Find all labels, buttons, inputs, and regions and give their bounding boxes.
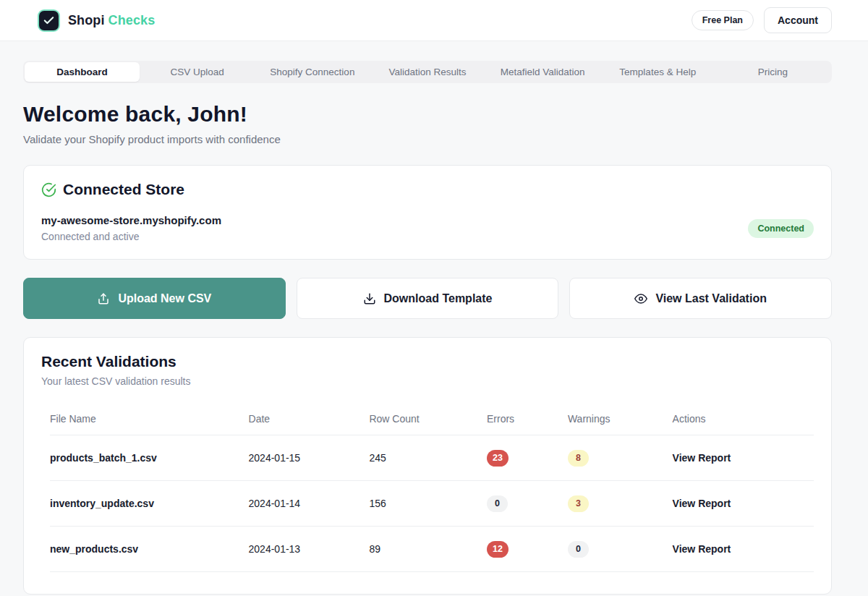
brand: Shopi Checks xyxy=(38,9,155,32)
download-template-label: Download Template xyxy=(384,292,493,305)
tab-pricing[interactable]: Pricing xyxy=(715,62,830,82)
column-row-count: Row Count xyxy=(369,404,487,435)
view-last-validation-label: View Last Validation xyxy=(655,292,767,305)
check-circle-icon xyxy=(41,182,56,197)
cell-file-name: new_products.csv xyxy=(50,527,249,572)
cell-date: 2024-01-14 xyxy=(249,481,370,527)
column-date: Date xyxy=(249,404,370,435)
errors-badge: 0 xyxy=(487,495,508,512)
store-status-text: Connected and active xyxy=(41,231,221,242)
cell-row-count: 89 xyxy=(369,527,487,572)
app-header: Shopi Checks Free Plan Account xyxy=(0,0,868,41)
brand-name: Shopi xyxy=(68,13,105,27)
warnings-badge: 3 xyxy=(568,495,589,512)
view-report-link[interactable]: View Report xyxy=(673,543,731,555)
tab-validation-results[interactable]: Validation Results xyxy=(370,62,485,82)
column-warnings: Warnings xyxy=(568,404,673,435)
table-row: products_batch_1.csv 2024-01-15 245 23 8… xyxy=(50,435,814,481)
warnings-badge: 0 xyxy=(568,541,589,558)
tab-shopify-connection[interactable]: Shopify Connection xyxy=(255,62,370,82)
store-url: my-awesome-store.myshopify.com xyxy=(41,214,221,226)
column-file-name: File Name xyxy=(50,404,249,435)
eye-icon xyxy=(634,292,647,305)
table-row: inventory_update.csv 2024-01-14 156 0 3 … xyxy=(50,481,814,527)
cell-file-name: products_batch_1.csv xyxy=(50,435,249,481)
view-report-link[interactable]: View Report xyxy=(673,498,731,509)
warnings-badge: 8 xyxy=(568,450,589,467)
tab-metafield-validation[interactable]: Metafield Validation xyxy=(485,62,600,82)
quick-actions: Upload New CSV Download Template View La… xyxy=(23,278,832,319)
upload-new-csv-label: Upload New CSV xyxy=(118,292,211,305)
brand-accent: Checks xyxy=(109,13,156,27)
plan-badge: Free Plan xyxy=(692,10,754,30)
validations-table: File Name Date Row Count Errors Warnings… xyxy=(50,404,814,572)
recent-validations-title: Recent Validations xyxy=(41,353,814,370)
column-actions: Actions xyxy=(673,404,814,435)
tab-dashboard[interactable]: Dashboard xyxy=(25,62,140,82)
app-logo-check-icon xyxy=(38,9,60,32)
download-template-button[interactable]: Download Template xyxy=(297,278,559,319)
store-card-title: Connected Store xyxy=(63,181,184,198)
upload-icon xyxy=(97,292,110,305)
cell-row-count: 156 xyxy=(369,481,487,527)
page-title: Welcome back, John! xyxy=(23,102,832,127)
tab-templates-help[interactable]: Templates & Help xyxy=(600,62,715,82)
column-errors: Errors xyxy=(487,404,568,435)
tab-csv-upload[interactable]: CSV Upload xyxy=(140,62,255,82)
download-icon xyxy=(363,292,376,305)
table-row: new_products.csv 2024-01-13 89 12 0 View… xyxy=(50,527,814,572)
account-button[interactable]: Account xyxy=(764,7,832,33)
view-report-link[interactable]: View Report xyxy=(673,452,731,464)
main-content: Dashboard CSV Upload Shopify Connection … xyxy=(0,41,868,595)
connected-status-badge: Connected xyxy=(748,219,814,238)
recent-validations-card: Recent Validations Your latest CSV valid… xyxy=(23,337,832,595)
errors-badge: 12 xyxy=(487,541,509,558)
cell-file-name: inventory_update.csv xyxy=(50,481,249,527)
upload-new-csv-button[interactable]: Upload New CSV xyxy=(23,278,286,319)
nav-tabbar: Dashboard CSV Upload Shopify Connection … xyxy=(23,61,832,83)
cell-row-count: 245 xyxy=(369,435,487,481)
brand-title: Shopi Checks xyxy=(68,13,155,28)
connected-store-card: Connected Store my-awesome-store.myshopi… xyxy=(23,165,832,260)
cell-date: 2024-01-13 xyxy=(249,527,370,572)
cell-date: 2024-01-15 xyxy=(249,435,370,481)
errors-badge: 23 xyxy=(487,450,509,467)
recent-validations-subtitle: Your latest CSV validation results xyxy=(41,375,814,387)
table-header-row: File Name Date Row Count Errors Warnings… xyxy=(50,404,814,435)
view-last-validation-button[interactable]: View Last Validation xyxy=(569,278,832,319)
page-subtitle: Validate your Shopify product imports wi… xyxy=(23,133,832,145)
